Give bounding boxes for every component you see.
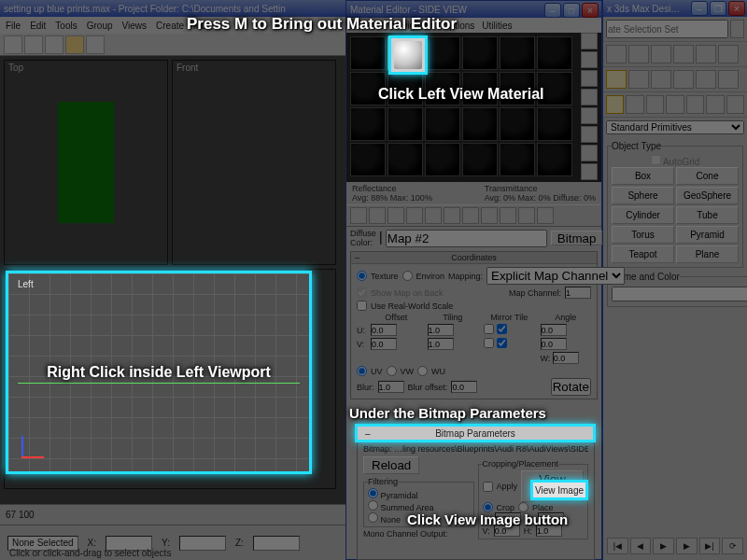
material-slot[interactable] — [500, 107, 535, 141]
close-button[interactable]: × — [728, 1, 745, 16]
mat-side-button[interactable] — [581, 33, 598, 49]
mat-tool-button[interactable] — [537, 207, 554, 224]
viewport-top[interactable]: Top — [4, 60, 168, 265]
mat-side-button[interactable] — [581, 145, 598, 161]
toolbar-button[interactable] — [4, 35, 22, 54]
realworld-check[interactable] — [357, 301, 367, 311]
environ-radio[interactable] — [402, 271, 413, 281]
mat-side-button[interactable] — [581, 107, 598, 124]
cmd-tool[interactable] — [651, 45, 671, 63]
cmd-tool[interactable] — [628, 45, 649, 63]
toolbar-button[interactable] — [86, 35, 105, 54]
v-angle[interactable] — [541, 338, 567, 350]
material-slot[interactable] — [425, 36, 460, 70]
cmd-tool[interactable] — [606, 45, 627, 63]
selection-set-field[interactable] — [606, 20, 728, 38]
category-select[interactable]: Standard Primitives — [606, 120, 744, 134]
diffuse-swatch[interactable] — [380, 231, 382, 245]
mat-tool-button[interactable] — [462, 207, 479, 224]
mat-side-button[interactable] — [581, 51, 598, 68]
material-slot[interactable] — [388, 107, 423, 141]
mat-tool-button[interactable] — [350, 207, 367, 224]
material-slot[interactable] — [500, 36, 535, 70]
obj-torus[interactable]: Torus — [612, 226, 674, 244]
obj-plane[interactable]: Plane — [676, 245, 739, 263]
material-slot[interactable] — [425, 143, 460, 176]
close-button[interactable]: × — [582, 3, 599, 18]
key-mode-button[interactable]: ⟳ — [722, 538, 743, 554]
goto-start-button[interactable]: |◀ — [607, 538, 628, 554]
obj-teapot[interactable]: Teapot — [612, 245, 674, 263]
apply-check[interactable] — [483, 482, 493, 492]
obj-cylinder[interactable]: Cylinder — [612, 206, 674, 224]
filter-none[interactable] — [368, 512, 378, 523]
mapchannel-field[interactable] — [565, 287, 591, 299]
cmd-tool[interactable] — [696, 45, 716, 63]
toolbar-button[interactable] — [45, 35, 63, 54]
u-mirror[interactable] — [484, 324, 494, 334]
bitmap-type-button[interactable]: Bitmap — [551, 231, 602, 245]
z-field[interactable] — [253, 536, 300, 551]
object-name-field[interactable] — [612, 287, 747, 301]
v-mirror[interactable] — [484, 338, 494, 348]
uv-radio[interactable] — [357, 366, 367, 376]
obj-cone[interactable]: Cone — [676, 167, 739, 185]
coordinates-header[interactable]: –Coordinates — [351, 252, 597, 264]
prev-frame-button[interactable]: ◀ — [630, 538, 652, 554]
wu-radio[interactable] — [417, 366, 428, 376]
space-warps-subtab[interactable] — [706, 95, 724, 114]
lights-subtab[interactable] — [646, 95, 664, 114]
motion-tab[interactable] — [673, 70, 694, 89]
geometry-subtab[interactable] — [606, 95, 624, 114]
texture-radio[interactable] — [357, 271, 367, 281]
mat-tool-button[interactable] — [388, 207, 404, 224]
reload-button[interactable]: Reload — [363, 456, 419, 474]
u-offset[interactable] — [371, 324, 397, 336]
helpers-subtab[interactable] — [686, 95, 704, 114]
filter-pyramidal[interactable] — [368, 488, 378, 498]
mat-tool-button[interactable] — [406, 207, 423, 224]
maximize-button[interactable]: □ — [563, 3, 580, 18]
viewport-front[interactable]: Front — [172, 60, 336, 265]
material-slot[interactable] — [462, 36, 498, 70]
cmd-tool[interactable] — [718, 45, 739, 63]
cameras-subtab[interactable] — [666, 95, 684, 114]
menu-group[interactable]: Group — [87, 21, 113, 31]
obj-sphere[interactable]: Sphere — [612, 187, 674, 204]
mat-tool-button[interactable] — [518, 207, 535, 224]
mat-tool-button[interactable] — [444, 207, 460, 224]
systems-subtab[interactable] — [726, 95, 744, 114]
bluroff-field[interactable] — [451, 381, 477, 393]
material-slot[interactable] — [500, 143, 535, 176]
material-slot[interactable] — [537, 143, 572, 176]
hierarchy-tab[interactable] — [651, 70, 671, 89]
mat-menu-utilities[interactable]: Utilities — [482, 21, 512, 31]
bitmap-parameters-header[interactable]: – Bitmap Parameters — [355, 424, 596, 442]
menu-file[interactable]: File — [6, 21, 21, 31]
material-slot[interactable] — [462, 143, 498, 176]
menu-create[interactable]: Create — [156, 21, 184, 31]
menu-edit[interactable]: Edit — [30, 21, 46, 31]
minimize-button[interactable]: – — [691, 1, 708, 16]
obj-pyramid[interactable]: Pyramid — [676, 226, 739, 244]
shapes-subtab[interactable] — [626, 95, 643, 114]
mat-tool-button[interactable] — [500, 207, 516, 224]
cmd-tool[interactable] — [673, 45, 694, 63]
selset-button[interactable] — [730, 20, 744, 38]
y-field[interactable] — [179, 536, 226, 551]
goto-end-button[interactable]: ▶| — [699, 538, 721, 554]
v-offset[interactable] — [371, 338, 397, 350]
utilities-tab[interactable] — [718, 70, 739, 89]
v-tile[interactable] — [497, 338, 507, 348]
rotate-button[interactable]: Rotate — [551, 378, 591, 396]
material-slot[interactable] — [462, 107, 498, 141]
material-slot[interactable] — [350, 143, 386, 176]
map-name-field[interactable] — [386, 230, 547, 247]
mapping-select[interactable]: Explicit Map Channel — [486, 267, 625, 285]
viewport-left[interactable]: Left Right Click inside Left Viewport — [6, 271, 312, 474]
obj-tube[interactable]: Tube — [676, 206, 739, 224]
toolbar-button[interactable] — [65, 35, 84, 54]
modify-tab[interactable] — [628, 70, 649, 89]
material-slot[interactable] — [537, 107, 572, 141]
view-image-button[interactable]: View Image — [530, 480, 588, 500]
